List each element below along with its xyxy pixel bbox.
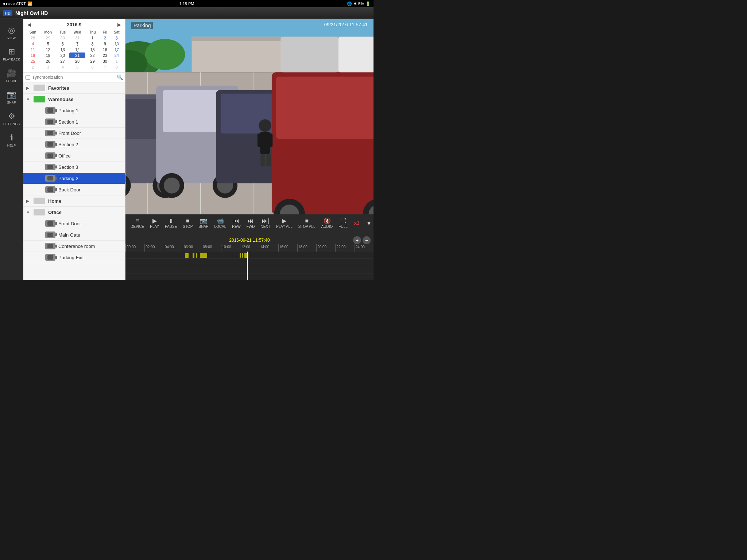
calendar-day-3-1[interactable]: 19: [40, 52, 56, 58]
calendar-day-2-2[interactable]: 13: [56, 47, 69, 52]
calendar-day-5-1[interactable]: 3: [40, 64, 56, 70]
sidebar-item-view[interactable]: ◎ VIEW: [0, 22, 23, 43]
calendar-header: ◀ 2016.9 ▶: [26, 21, 123, 28]
ctrl-button-next[interactable]: ⏭|NEXT: [258, 217, 272, 229]
search-input[interactable]: [32, 75, 117, 80]
calendar-day-3-6[interactable]: 24: [111, 52, 123, 58]
camera-item-section1[interactable]: Section 1: [23, 116, 125, 128]
ctrl-icon-fwd: ⏭: [248, 218, 253, 224]
search-button[interactable]: 🔍: [117, 74, 123, 80]
camera-group-favorites[interactable]: ▶Favorites: [23, 82, 125, 94]
camera-item-main-gate[interactable]: Main Gate: [23, 229, 125, 241]
calendar-day-1-1[interactable]: 5: [40, 41, 56, 47]
ctrl-button-rew[interactable]: ⏮REW: [230, 217, 243, 229]
timeline-area[interactable]: 2016-09-21 11:57:40 + − 00:0002:0004:000…: [125, 236, 374, 280]
calendar-next-button[interactable]: ▶: [116, 21, 123, 28]
camera-item-front-door-o[interactable]: Front Door: [23, 218, 125, 229]
ctrl-button-stop[interactable]: ■STOP: [181, 217, 195, 229]
ctrl-button-stop-all[interactable]: ■STOP ALL: [296, 217, 318, 229]
camera-item-parking-exit[interactable]: Parking Exit: [23, 252, 125, 263]
calendar-day-4-2[interactable]: 27: [56, 58, 69, 64]
camera-group-home[interactable]: ▶Home: [23, 195, 125, 207]
timeline-tick-12: 24:00: [355, 244, 374, 252]
calendar-day-1-4[interactable]: 8: [85, 41, 100, 47]
calendar-day-3-4[interactable]: 22: [85, 52, 100, 58]
camera-item-section2[interactable]: Section 2: [23, 139, 125, 150]
calendar-day-2-6[interactable]: 17: [111, 47, 123, 52]
expand-button[interactable]: ▾: [367, 219, 371, 227]
camera-item-section3[interactable]: Section 3: [23, 162, 125, 173]
sidebar-item-snap[interactable]: 📷 SNAP: [0, 86, 23, 108]
calendar-day-4-3[interactable]: 28: [69, 58, 85, 64]
ctrl-button-pause[interactable]: ⏸PAUSE: [163, 217, 179, 229]
sidebar-item-local[interactable]: 🎥 LOCAL: [0, 65, 23, 86]
calendar-day-3-0[interactable]: 18: [26, 52, 40, 58]
track-segment-0: [185, 253, 189, 258]
ctrl-button-fwd[interactable]: ⏭FWD: [244, 217, 257, 229]
calendar-day-2-0[interactable]: 11: [26, 47, 40, 52]
calendar-day-4-0[interactable]: 25: [26, 58, 40, 64]
ctrl-button-snap[interactable]: 📷SNAP: [196, 217, 210, 229]
ctrl-button-audio[interactable]: 🔇AUDIO: [319, 217, 335, 229]
ctrl-button-local[interactable]: 📹LOCAL: [212, 217, 229, 229]
calendar-day-0-0[interactable]: 28: [26, 35, 40, 41]
ctrl-button-device[interactable]: ≡DEVICE: [128, 217, 146, 229]
calendar-day-0-2[interactable]: 30: [56, 35, 69, 41]
timeline-tick-3: 06:00: [183, 244, 202, 252]
calendar-day-5-2[interactable]: 4: [56, 64, 69, 70]
calendar-day-5-0[interactable]: 2: [26, 64, 40, 70]
calendar-prev-button[interactable]: ◀: [26, 21, 33, 28]
calendar-day-5-5[interactable]: 7: [100, 64, 110, 70]
sidebar-item-playback[interactable]: ⊞ PLAYBACK: [0, 43, 23, 65]
camera-item-parking2[interactable]: Parking 2: [23, 173, 125, 184]
sidebar-item-settings[interactable]: ⚙ SETTINGS: [0, 108, 23, 129]
calendar-day-0-3[interactable]: 31: [69, 35, 85, 41]
ctrl-button-play[interactable]: ▶PLAY: [148, 217, 161, 229]
calendar-day-2-4[interactable]: 15: [85, 47, 100, 52]
svg-point-21: [164, 178, 180, 194]
track-segment-4: [240, 253, 241, 258]
calendar-day-1-6[interactable]: 10: [111, 41, 123, 47]
weekday-wed: Wed: [69, 30, 85, 35]
weekday-tue: Tue: [56, 30, 69, 35]
calendar-day-1-3[interactable]: 7: [69, 41, 85, 47]
calendar-day-4-4[interactable]: 29: [85, 58, 100, 64]
sync-checkbox[interactable]: [26, 75, 30, 80]
timeline-tick-11: 22:00: [335, 244, 354, 252]
calendar-day-5-3[interactable]: 5: [69, 64, 85, 70]
calendar-day-1-5[interactable]: 9: [100, 41, 110, 47]
camera-group-office[interactable]: ▼Office: [23, 207, 125, 218]
camera-item-conference[interactable]: Conference room: [23, 241, 125, 252]
camera-item-office-w[interactable]: Office: [23, 150, 125, 162]
camera-group-warehouse[interactable]: ▼Warehouse: [23, 94, 125, 105]
ctrl-button-full[interactable]: ⛶FULL: [336, 217, 349, 229]
calendar-day-0-1[interactable]: 29: [40, 35, 56, 41]
calendar-day-0-5[interactable]: 2: [100, 35, 110, 41]
zoom-out-button[interactable]: −: [363, 236, 371, 244]
timeline-tracks[interactable]: [125, 252, 374, 280]
calendar-day-2-3[interactable]: 14: [69, 47, 85, 52]
calendar-day-5-6[interactable]: 8: [111, 64, 123, 70]
svg-rect-37: [267, 133, 273, 147]
ctrl-label-pause: PAUSE: [165, 225, 177, 229]
calendar-day-5-4[interactable]: 6: [85, 64, 100, 70]
camera-item-parking1[interactable]: Parking 1: [23, 105, 125, 116]
calendar-day-2-1[interactable]: 12: [40, 47, 56, 52]
calendar-day-4-1[interactable]: 26: [40, 58, 56, 64]
sidebar-item-help[interactable]: ℹ HELP: [0, 129, 23, 151]
camera-item-back-door[interactable]: Back Door: [23, 184, 125, 195]
calendar-day-3-2[interactable]: 20: [56, 52, 69, 58]
timeline-ruler[interactable]: 00:0002:0004:0006:0008:0010:0012:0014:00…: [125, 244, 374, 252]
calendar-day-3-5[interactable]: 23: [100, 52, 110, 58]
calendar-day-3-3[interactable]: 21: [69, 52, 85, 58]
calendar-day-1-2[interactable]: 6: [56, 41, 69, 47]
calendar-day-4-6[interactable]: 1: [111, 58, 123, 64]
camera-item-front-door[interactable]: Front Door: [23, 128, 125, 139]
ctrl-button-play-all[interactable]: ▶PLAY ALL: [274, 217, 295, 229]
calendar-day-2-5[interactable]: 16: [100, 47, 110, 52]
calendar-day-4-5[interactable]: 30: [100, 58, 110, 64]
calendar-day-1-0[interactable]: 4: [26, 41, 40, 47]
zoom-in-button[interactable]: +: [353, 236, 361, 244]
calendar-day-0-4[interactable]: 1: [85, 35, 100, 41]
calendar-day-0-6[interactable]: 3: [111, 35, 123, 41]
